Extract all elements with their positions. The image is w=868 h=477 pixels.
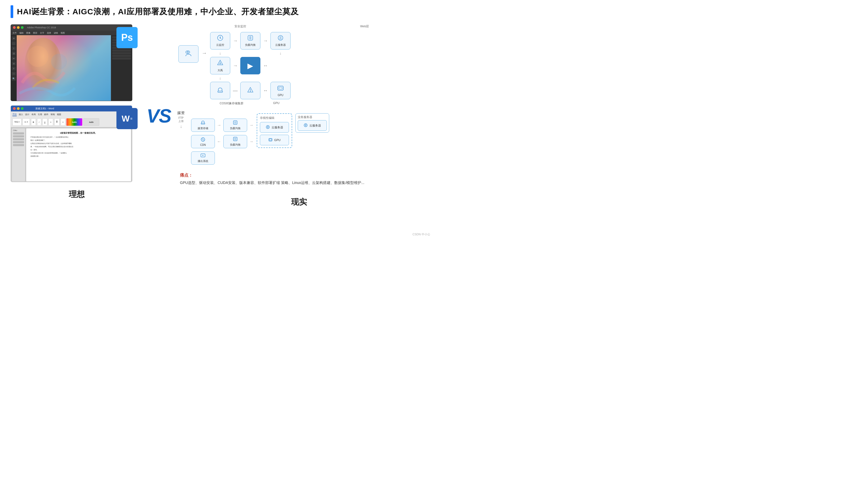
word-titlebar: 新建文档1 - Word bbox=[11, 106, 132, 112]
dashed-yunfuwuqi-icon bbox=[266, 125, 270, 130]
ps-menu-filter: 滤镜 bbox=[54, 31, 58, 34]
cos-icon bbox=[217, 87, 224, 95]
ps-tool-zoom: 🔍 bbox=[12, 77, 16, 81]
ps-tool-text: T bbox=[12, 66, 16, 71]
word-ribbon: 开始 插入 设计 布局 引用 邮件 审阅 视图 等线 ▾ 11 ▾ bbox=[11, 112, 132, 127]
damen-icon bbox=[216, 59, 224, 68]
v-arrow-col3: ↓ bbox=[270, 51, 291, 56]
node-fuzaijunheng1: 负载均衡 bbox=[223, 119, 247, 132]
node-fuzaijunheng2: 负载均衡 bbox=[223, 135, 247, 148]
watermark: CSDN 中小公 bbox=[412, 232, 430, 236]
word-underline: U bbox=[42, 118, 48, 126]
word-italic: I bbox=[37, 118, 41, 126]
cos-label-full: COS对象存储集群 bbox=[209, 101, 254, 106]
ps-title: Adobe Photoshop CC 2018 bbox=[27, 26, 56, 29]
word-tab-view: 视图 bbox=[57, 113, 61, 116]
ps-panel-r7 bbox=[112, 52, 131, 54]
word-nav-panel: Citku bbox=[12, 128, 25, 181]
dashed-gpu: GPU bbox=[260, 135, 289, 145]
ps-tool-brush: ✏ bbox=[12, 56, 16, 61]
node-cos bbox=[210, 82, 230, 99]
header: HAI诞生背景：AIGC浪潮，AI应用部署及使用难，中小企业、开发者望尘莫及 bbox=[10, 5, 424, 18]
yunjiankong-label: 云监控 bbox=[216, 43, 224, 47]
right-section: 安全监控 Web层 bbox=[175, 24, 424, 208]
ps-screenshot: Adobe Photoshop CC 2018 文件 编辑 图像 图层 文字 选… bbox=[10, 24, 132, 101]
arch-bottom-flow: 媒资 FTP 上传 ↓ bbox=[177, 111, 421, 165]
node-damen: 大禹 bbox=[210, 57, 230, 74]
arch-top-section: 安全监控 Web层 bbox=[175, 24, 424, 106]
user-node-box bbox=[178, 45, 198, 63]
node-cos2 bbox=[240, 82, 260, 99]
word-tab-design: 设计 bbox=[25, 113, 29, 116]
ps-toolbar: ✛ ⬚ ⌇ ⊡ ✏ ⊙ T □ 🔍 bbox=[11, 35, 17, 101]
word-tab-mail: 邮件 bbox=[44, 113, 49, 116]
label-security: 安全监控 bbox=[235, 24, 246, 28]
svg-rect-12 bbox=[278, 86, 283, 90]
word-close-dot bbox=[13, 107, 16, 110]
page-container: HAI诞生背景：AIGC浪潮，AI应用部署及使用难，中小企业、开发者望尘莫及 A… bbox=[0, 0, 434, 239]
media-label: 媒资 bbox=[177, 111, 185, 115]
word-align-r: ≡ bbox=[61, 118, 65, 126]
ps-canvas bbox=[17, 35, 111, 101]
ps-menu-view: 视图 bbox=[61, 31, 65, 34]
arch-top-labels: 安全监控 Web层 bbox=[177, 24, 421, 29]
svg-point-11 bbox=[250, 91, 251, 92]
dashed-gpu-icon bbox=[268, 138, 273, 143]
ps-icon: Ps bbox=[117, 27, 137, 48]
ps-maximize-dot bbox=[21, 26, 24, 29]
biz-yunfuwuqi-icon bbox=[304, 123, 308, 128]
arrow-p1: → bbox=[217, 123, 221, 127]
ps-app-container: Adobe Photoshop CC 2018 文件 编辑 图像 图层 文字 选… bbox=[10, 24, 132, 101]
word-nav-item1 bbox=[13, 132, 24, 135]
word-nav-item2 bbox=[13, 135, 24, 138]
word-tab-ref: 引用 bbox=[38, 113, 42, 116]
node-gpu: GPU bbox=[271, 82, 290, 99]
fuzaijunheng2-icon bbox=[233, 137, 238, 142]
word-screenshot: 新建文档1 - Word 开始 插入 设计 布局 引用 邮件 审阅 视图 bbox=[10, 106, 132, 182]
word-body-p1: 不管是在我们的工作汪是生活中，一点识想要有好亊让 bbox=[30, 136, 127, 139]
word-app-container: 新建文档1 - Word 开始 插入 设计 布局 引用 邮件 审阅 视图 bbox=[10, 106, 132, 182]
meizicunchu-label: 媒资存储 bbox=[198, 126, 208, 130]
bochu-icon bbox=[200, 153, 205, 159]
user-icon bbox=[185, 50, 192, 59]
media-col: 媒资 FTP 上传 ↓ bbox=[177, 111, 185, 129]
word-icon-lines: ≡ bbox=[130, 117, 132, 121]
ps-panel-r6 bbox=[112, 50, 131, 52]
blue-arrow-icon: ▶ bbox=[247, 61, 253, 70]
main-content: Adobe Photoshop CC 2018 文件 编辑 图像 图层 文字 选… bbox=[10, 24, 424, 208]
word-nav-item4 bbox=[13, 141, 24, 143]
word-icon: W ≡ bbox=[117, 108, 137, 129]
word-align-c: ≣ bbox=[54, 118, 60, 126]
upload-label: 上传 bbox=[178, 119, 184, 123]
arrow-p2: → bbox=[249, 123, 253, 127]
svg-point-5 bbox=[220, 37, 221, 38]
word-nav-title: Citku bbox=[13, 129, 24, 131]
ps-menubar: 文件 编辑 图像 图层 文字 选择 滤镜 视图 bbox=[11, 30, 132, 35]
word-font: 等线 ▾ bbox=[12, 118, 22, 126]
page-title: HAI诞生背景：AIGC浪潮，AI应用部署及使用难，中小企业、开发者望尘莫及 bbox=[17, 6, 299, 17]
ps-art-svg bbox=[17, 35, 111, 101]
pipe-row1: 媒资存储 → 负载均衡 → bbox=[191, 119, 253, 132]
ps-tool-move: ✛ bbox=[12, 36, 16, 40]
ps-tool-clone: ⊙ bbox=[12, 61, 16, 66]
svg-rect-26 bbox=[270, 139, 272, 141]
word-tab-insert: 插入 bbox=[19, 113, 23, 116]
fuzaijunheng2-label: 负载均衡 bbox=[230, 143, 241, 147]
dashed-container: 非线性编辑 云服务器 GPU bbox=[257, 113, 292, 148]
fuzaijunheng-icon-r1 bbox=[247, 35, 253, 42]
header-icon bbox=[10, 5, 13, 18]
yunfuwuqi-label-r1: 云服务器 bbox=[275, 43, 286, 47]
ps-menu-edit: 编辑 bbox=[19, 31, 24, 34]
ps-body: ✛ ⬚ ⌇ ⊡ ✏ ⊙ T □ 🔍 bbox=[11, 35, 132, 101]
word-page: 6套项目管理流程图，你一套都没实用。 不管是在我们的工作汪是生活中，一点识想要有… bbox=[26, 128, 131, 181]
user-node-container bbox=[177, 44, 199, 64]
arch-bottom-section: 媒资 FTP 上传 ↓ bbox=[175, 111, 424, 165]
node-yunjiankong: 云监控 bbox=[210, 32, 230, 50]
arch-top-flow: → 云监控 → bbox=[177, 31, 421, 106]
pain-content: GPU选型、驱动安装、CUDA安装、版本兼容、软件部署扩缩 策略、Linux运维… bbox=[180, 180, 418, 186]
dashed-box: 非线性编辑 云服务器 GPU bbox=[257, 113, 292, 148]
dashed-yunfuwuqi: 云服务器 bbox=[260, 122, 289, 132]
ps-tool-shape: □ bbox=[12, 71, 16, 76]
word-toolbar: 等线 ▾ 11 ▾ B I U ≡ ≣ ≡ AaBb AaBb bbox=[12, 117, 130, 127]
pain-text: GPU选型、驱动安装、CUDA安装、版本兼容、软件部署扩缩 策略、Linux运维… bbox=[180, 181, 364, 185]
